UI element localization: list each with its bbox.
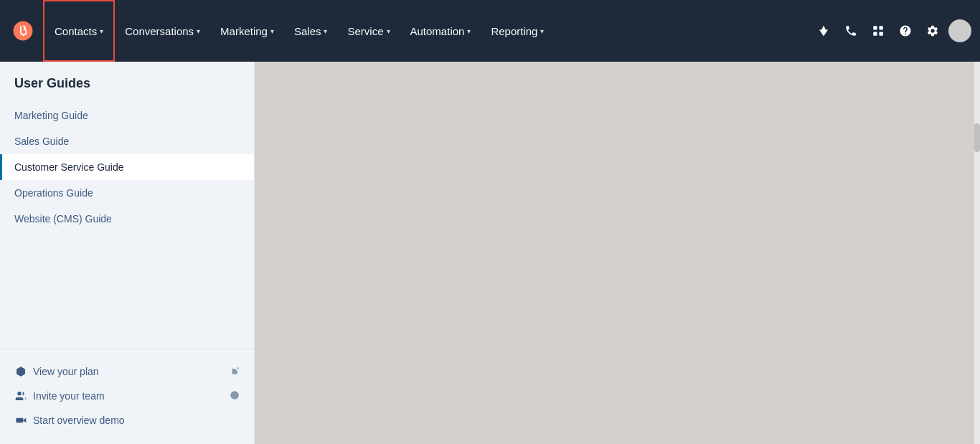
- external-link-icon: [231, 367, 240, 377]
- marketplace-icon[interactable]: [867, 19, 890, 42]
- svg-point-1: [23, 34, 24, 36]
- help-icon[interactable]: [894, 19, 917, 42]
- nav-item-reporting[interactable]: Reporting ▾: [481, 0, 554, 62]
- nav-menu: Contacts ▾ Conversations ▾ Marketing ▾ S…: [43, 0, 812, 62]
- sidebar-item-marketing-guide[interactable]: Marketing Guide: [0, 103, 254, 128]
- chevron-down-icon: ▾: [270, 27, 274, 35]
- svg-point-6: [17, 392, 21, 395]
- team-icon: [14, 389, 27, 402]
- chevron-down-icon: ▾: [540, 27, 544, 35]
- settings-icon[interactable]: [921, 19, 944, 42]
- chevron-down-icon: ▾: [324, 27, 327, 35]
- calls-icon[interactable]: [839, 19, 862, 42]
- sidebar-item-customer-service-guide[interactable]: Customer Service Guide: [0, 154, 254, 180]
- nav-item-service[interactable]: Service ▾: [337, 0, 400, 62]
- chevron-down-icon: ▾: [467, 27, 471, 35]
- svg-rect-3: [880, 26, 883, 29]
- nav-item-marketing[interactable]: Marketing ▾: [210, 0, 284, 62]
- info-icon: [230, 390, 240, 402]
- scrollbar-track[interactable]: [974, 62, 980, 444]
- sidebar: User Guides Marketing Guide Sales Guide …: [0, 62, 255, 444]
- scrollbar-thumb[interactable]: [974, 123, 980, 152]
- nav-right-actions: [812, 19, 971, 42]
- box-icon: [14, 365, 27, 378]
- sidebar-item-operations-guide[interactable]: Operations Guide: [0, 180, 254, 206]
- svg-rect-2: [873, 26, 877, 29]
- chevron-down-icon: ▾: [197, 27, 200, 35]
- hubspot-logo[interactable]: [9, 16, 37, 45]
- svg-marker-11: [23, 418, 27, 423]
- svg-point-0: [14, 22, 33, 41]
- nav-item-contacts[interactable]: Contacts ▾: [43, 0, 115, 62]
- svg-rect-10: [16, 418, 23, 423]
- sidebar-title: User Guides: [0, 76, 254, 103]
- avatar[interactable]: [948, 19, 971, 42]
- view-plan-item[interactable]: View your plan: [14, 359, 240, 384]
- content-area: [255, 62, 980, 444]
- start-demo-item[interactable]: Start overview demo: [14, 408, 240, 433]
- sidebar-nav: Marketing Guide Sales Guide Customer Ser…: [0, 103, 254, 349]
- upgrade-icon[interactable]: [812, 19, 835, 42]
- chevron-down-icon: ▾: [387, 27, 390, 35]
- sidebar-item-sales-guide[interactable]: Sales Guide: [0, 128, 254, 154]
- nav-item-automation[interactable]: Automation ▾: [400, 0, 481, 62]
- sidebar-footer: View your plan Invite your team Start ov: [0, 349, 254, 444]
- nav-item-conversations[interactable]: Conversations ▾: [115, 0, 210, 62]
- sidebar-item-website-cms-guide[interactable]: Website (CMS) Guide: [0, 206, 254, 232]
- nav-item-sales[interactable]: Sales ▾: [284, 0, 338, 62]
- svg-rect-5: [880, 32, 883, 36]
- top-navigation: Contacts ▾ Conversations ▾ Marketing ▾ S…: [0, 0, 980, 62]
- main-container: User Guides Marketing Guide Sales Guide …: [0, 62, 980, 444]
- invite-team-item[interactable]: Invite your team: [14, 384, 240, 408]
- chevron-down-icon: ▾: [100, 27, 103, 35]
- svg-rect-4: [873, 32, 877, 36]
- video-icon: [14, 414, 27, 427]
